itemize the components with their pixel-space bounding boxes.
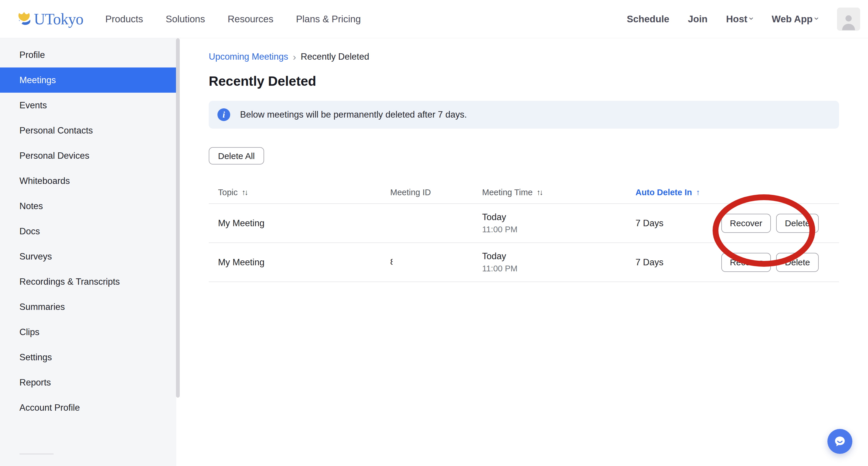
cell-meeting-time: Today 11:00 PM: [482, 212, 636, 234]
sidebar-item-notes[interactable]: Notes: [0, 194, 176, 219]
cell-auto-delete-in: 7 Days: [636, 257, 726, 268]
cell-auto-delete-in: 7 Days: [636, 218, 726, 229]
meeting-clock: 11:00 PM: [482, 264, 636, 273]
sidebar-item-whiteboards[interactable]: Whiteboards: [0, 168, 176, 194]
sidebar-item-personal-devices[interactable]: Personal Devices: [0, 143, 176, 168]
cell-actions: Recover Delete: [726, 214, 839, 233]
top-navbar: UTokyo Products Solutions Resources Plan…: [0, 0, 868, 38]
sidebar-item-settings[interactable]: Settings: [0, 345, 176, 370]
sidebar-item-clips[interactable]: Clips: [0, 320, 176, 345]
nav-item-resources[interactable]: Resources: [227, 13, 273, 25]
breadcrumb-separator-icon: ›: [293, 51, 296, 63]
sort-both-icon: ↑↓: [242, 188, 247, 197]
nav-item-products[interactable]: Products: [105, 13, 143, 25]
sidebar-item-surveys[interactable]: Surveys: [0, 244, 176, 269]
sort-both-icon: ↑↓: [537, 188, 542, 197]
meeting-id-fragment: 8: [390, 257, 393, 267]
meeting-clock: 11:00 PM: [482, 225, 636, 234]
user-avatar[interactable]: [837, 7, 860, 31]
chevron-down-icon: ›: [747, 17, 757, 20]
breadcrumb: Upcoming Meetings › Recently Deleted: [209, 51, 839, 63]
meeting-day: Today: [482, 212, 636, 223]
nav-item-plans-pricing[interactable]: Plans & Pricing: [296, 13, 361, 25]
nav-item-host[interactable]: Host ›: [726, 13, 753, 25]
chat-smile-icon: [832, 434, 847, 449]
delete-all-button[interactable]: Delete All: [209, 147, 264, 165]
utokyo-logo[interactable]: UTokyo: [17, 11, 83, 27]
sidebar-item-meetings[interactable]: Meetings: [0, 67, 176, 93]
sidebar-item-summaries[interactable]: Summaries: [0, 294, 176, 320]
column-header-topic[interactable]: Topic ↑↓: [209, 188, 390, 197]
chevron-down-icon: ›: [812, 17, 822, 20]
column-header-auto-delete-in[interactable]: Auto Delete In ↑: [636, 188, 726, 197]
cell-meeting-id: 8: [390, 257, 482, 268]
cell-topic: My Meeting: [209, 218, 390, 229]
delete-button[interactable]: Delete: [776, 214, 819, 233]
nav-item-solutions[interactable]: Solutions: [165, 13, 205, 25]
cell-topic: My Meeting: [209, 257, 390, 268]
sidebar-item-account-profile[interactable]: Account Profile: [0, 395, 176, 420]
info-banner-text: Below meetings will be permanently delet…: [240, 109, 467, 120]
sort-ascending-icon: ↑: [696, 188, 700, 197]
column-header-meeting-id: Meeting ID: [390, 188, 482, 197]
deleted-meetings-table: Topic ↑↓ Meeting ID Meeting Time ↑↓ Auto…: [209, 181, 839, 282]
sidebar-item-recordings-transcripts[interactable]: Recordings & Transcripts: [0, 269, 176, 294]
column-header-meeting-time[interactable]: Meeting Time ↑↓: [482, 188, 636, 197]
sidebar-scrollbar[interactable]: [176, 38, 180, 398]
breadcrumb-current: Recently Deleted: [301, 51, 369, 63]
info-icon: i: [217, 108, 230, 121]
cell-actions: Recover Delete: [726, 253, 839, 272]
nav-item-schedule[interactable]: Schedule: [627, 13, 670, 25]
meeting-day: Today: [482, 251, 636, 262]
cell-meeting-time: Today 11:00 PM: [482, 251, 636, 273]
nav-item-web-app[interactable]: Web App ›: [772, 13, 818, 25]
recently-deleted-page: UTokyo Products Solutions Resources Plan…: [0, 0, 868, 466]
logo-wordmark: UTokyo: [34, 11, 83, 27]
info-banner: i Below meetings will be permanently del…: [209, 101, 839, 129]
delete-button[interactable]: Delete: [776, 253, 819, 272]
sidebar-item-events[interactable]: Events: [0, 93, 176, 118]
sidebar-item-reports[interactable]: Reports: [0, 370, 176, 395]
sidebar-section-divider: [20, 454, 54, 455]
chat-support-button[interactable]: [828, 429, 852, 454]
breadcrumb-upcoming-meetings-link[interactable]: Upcoming Meetings: [209, 51, 288, 63]
sidebar-item-personal-contacts[interactable]: Personal Contacts: [0, 118, 176, 143]
settings-sidebar: Profile Meetings Events Personal Contact…: [0, 38, 176, 466]
ginkgo-leaf-icon: [17, 11, 32, 27]
main-content: Upcoming Meetings › Recently Deleted Rec…: [180, 38, 868, 466]
table-header-row: Topic ↑↓ Meeting ID Meeting Time ↑↓ Auto…: [209, 181, 839, 204]
table-row: My Meeting Today 11:00 PM 7 Days Recover…: [209, 204, 839, 243]
person-icon: [840, 12, 857, 31]
sidebar-item-profile[interactable]: Profile: [0, 42, 176, 67]
sidebar-item-docs[interactable]: Docs: [0, 219, 176, 244]
recover-button[interactable]: Recover: [721, 214, 771, 233]
secondary-nav: Schedule Join Host › Web App ›: [627, 7, 860, 31]
nav-item-join[interactable]: Join: [688, 13, 708, 25]
recover-button[interactable]: Recover: [721, 253, 771, 272]
primary-nav: Products Solutions Resources Plans & Pri…: [105, 13, 361, 25]
page-title: Recently Deleted: [209, 73, 839, 89]
table-row: My Meeting 8 Today 11:00 PM 7 Days Recov…: [209, 243, 839, 282]
